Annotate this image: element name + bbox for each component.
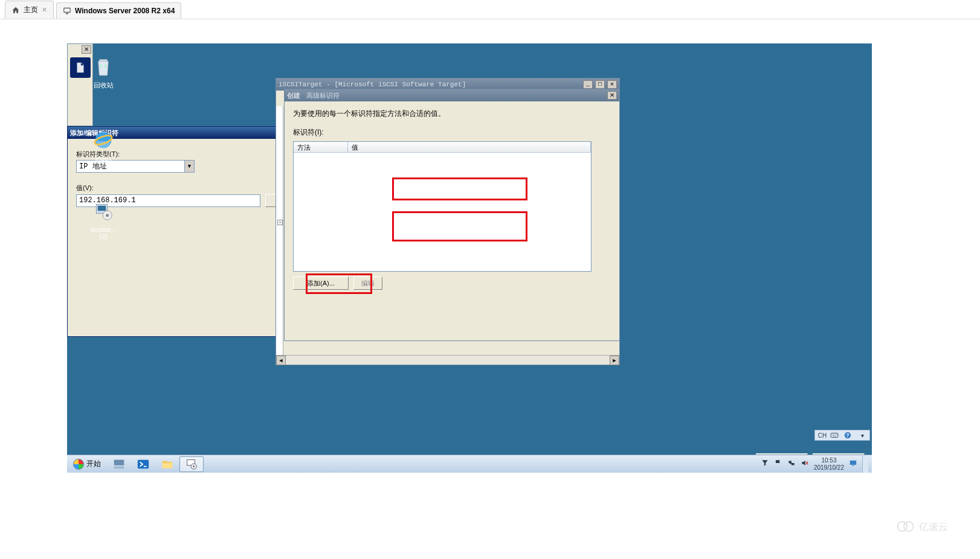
start-button[interactable]: 开始 bbox=[67, 455, 107, 473]
icon-label: 回收站 bbox=[79, 81, 127, 90]
taskbar-powershell[interactable] bbox=[131, 456, 155, 472]
minimize-button[interactable]: _ bbox=[583, 80, 593, 89]
svg-rect-14 bbox=[163, 463, 173, 468]
svg-point-7 bbox=[106, 214, 109, 217]
tree-expand-icon[interactable]: + bbox=[277, 220, 283, 225]
horizontal-scrollbar[interactable]: ◄ ► bbox=[276, 355, 619, 365]
svg-rect-18 bbox=[788, 461, 791, 464]
svg-rect-12 bbox=[114, 466, 124, 468]
installer-icon bbox=[91, 199, 115, 223]
monitor-icon bbox=[63, 7, 71, 15]
tray-clock[interactable]: 10:53 2019/10/22 bbox=[814, 457, 844, 471]
vm-desktop: 回收站 Index iscsitar... (2) iSCSITarget - … bbox=[67, 43, 872, 473]
tab-label: 主页 bbox=[24, 5, 38, 15]
identifier-list[interactable]: 方法 值 bbox=[293, 141, 592, 272]
tray-monitor-icon[interactable] bbox=[849, 459, 857, 469]
svg-rect-1 bbox=[99, 59, 107, 61]
tab-vm[interactable]: Windows Server 2008 R2 x64 bbox=[56, 2, 181, 19]
svg-point-23 bbox=[904, 522, 914, 531]
taskbar-explorer[interactable] bbox=[155, 456, 179, 472]
desktop-ie[interactable]: Index bbox=[79, 128, 127, 162]
chevron-down-icon: ▼ bbox=[184, 161, 194, 172]
system-tray: 10:53 2019/10/22 bbox=[757, 455, 872, 473]
language-bar[interactable]: CH ? ▾ bbox=[814, 430, 870, 441]
window-advanced-identifier: 创建 高级标识符 ✕ 为要使用的每一个标识符指定方法和合适的值。 标识符(I):… bbox=[284, 89, 620, 341]
icon-label: Index bbox=[79, 155, 127, 162]
create-label: 创建 bbox=[287, 91, 300, 100]
svg-text:?: ? bbox=[846, 433, 849, 438]
list-header: 方法 值 bbox=[294, 142, 591, 153]
svg-text:亿速云: 亿速云 bbox=[918, 522, 948, 532]
show-desktop-button[interactable] bbox=[862, 456, 868, 473]
tray-action-icon[interactable] bbox=[761, 459, 769, 469]
svg-rect-11 bbox=[114, 459, 124, 465]
add-button[interactable]: 添加(A)... bbox=[293, 276, 349, 290]
start-label: 开始 bbox=[86, 459, 101, 469]
recycle-bin-icon bbox=[91, 54, 115, 78]
svg-rect-20 bbox=[850, 461, 857, 465]
icon-label: iscsitar... bbox=[79, 226, 127, 233]
list-label: 标识符(I): bbox=[293, 127, 611, 138]
tray-flag-icon[interactable] bbox=[774, 459, 782, 469]
tray-network-icon[interactable] bbox=[787, 459, 796, 469]
titlebar[interactable]: 创建 高级标识符 ✕ bbox=[285, 89, 619, 101]
chevron-down-icon[interactable]: ▾ bbox=[857, 432, 868, 439]
taskbar-iscsi-target[interactable] bbox=[179, 456, 204, 472]
windows-logo-icon bbox=[73, 459, 84, 470]
svg-rect-8 bbox=[831, 433, 838, 438]
svg-point-17 bbox=[193, 465, 195, 467]
lang-indicator[interactable]: CH bbox=[817, 432, 828, 439]
keyboard-icon[interactable] bbox=[830, 431, 841, 439]
close-button[interactable]: ✕ bbox=[82, 45, 91, 54]
tab-home[interactable]: 主页 ✕ bbox=[5, 1, 54, 19]
watermark: 亿速云 bbox=[896, 519, 969, 536]
tray-sound-icon[interactable] bbox=[801, 459, 809, 469]
svg-rect-21 bbox=[852, 465, 854, 466]
maximize-button[interactable]: □ bbox=[595, 80, 605, 89]
identifier-type-select[interactable]: IP 地址 ▼ bbox=[76, 160, 195, 173]
clock-date: 2019/10/22 bbox=[814, 464, 844, 471]
taskbar: 开始 10:53 2019/10/22 bbox=[67, 455, 872, 473]
icon-label-2: (2) bbox=[79, 233, 127, 240]
taskbar-server-manager[interactable] bbox=[107, 456, 131, 472]
col-method[interactable]: 方法 bbox=[294, 142, 348, 152]
scroll-left-icon[interactable]: ◄ bbox=[276, 356, 286, 365]
close-icon[interactable]: ✕ bbox=[42, 6, 47, 14]
svg-rect-19 bbox=[791, 463, 795, 465]
col-value[interactable]: 值 bbox=[348, 142, 591, 152]
close-button[interactable]: ✕ bbox=[607, 91, 617, 100]
ie-icon bbox=[91, 128, 115, 152]
close-button[interactable]: ✕ bbox=[607, 80, 617, 89]
desktop-iscsi-target[interactable]: iscsitar... (2) bbox=[79, 199, 127, 240]
help-icon[interactable]: ? bbox=[843, 431, 854, 439]
tree-pane: + bbox=[276, 106, 283, 360]
tab-label: Windows Server 2008 R2 x64 bbox=[75, 7, 175, 15]
edit-button[interactable]: 编辑 bbox=[353, 276, 382, 290]
window-title: iSCSITarget - [Microsoft iSCSI Software … bbox=[279, 81, 466, 88]
select-value: IP 地址 bbox=[79, 161, 107, 171]
desktop-recycle-bin[interactable]: 回收站 bbox=[79, 54, 127, 90]
browser-tab-bar: 主页 ✕ Windows Server 2008 R2 x64 bbox=[0, 0, 980, 19]
window-title: 高级标识符 bbox=[306, 91, 340, 100]
home-icon bbox=[11, 6, 20, 14]
scroll-right-icon[interactable]: ► bbox=[610, 356, 619, 365]
svg-rect-0 bbox=[64, 8, 71, 12]
svg-rect-5 bbox=[98, 206, 106, 211]
clock-time: 10:53 bbox=[814, 457, 844, 464]
instruction-text: 为要使用的每一个标识符指定方法和合适的值。 bbox=[293, 109, 611, 119]
